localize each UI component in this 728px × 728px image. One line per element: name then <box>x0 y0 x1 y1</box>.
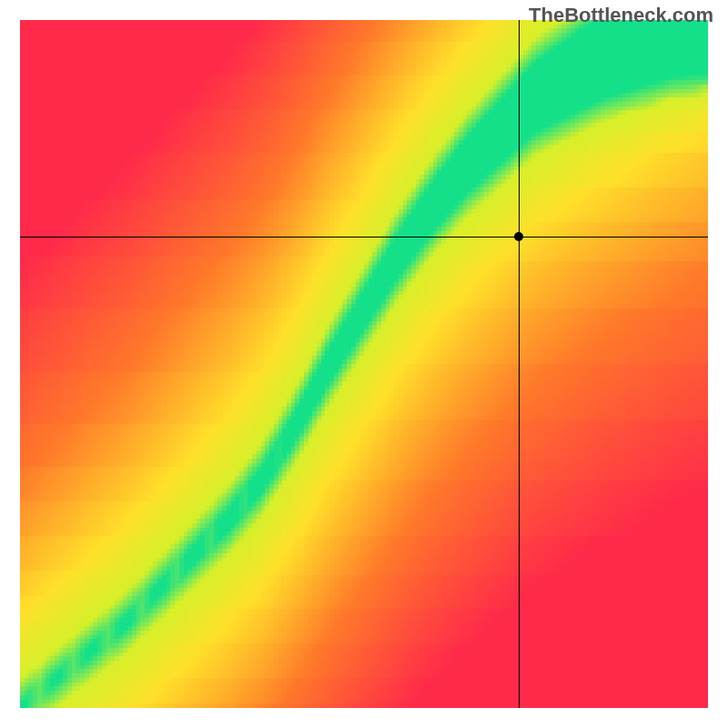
crosshair-dot <box>514 232 523 241</box>
crosshair-horizontal <box>20 237 708 238</box>
crosshair-vertical <box>519 20 520 708</box>
watermark-text: TheBottleneck.com <box>529 4 713 27</box>
bottleneck-heatmap <box>20 20 708 708</box>
chart-root: TheBottleneck.com <box>0 0 728 728</box>
